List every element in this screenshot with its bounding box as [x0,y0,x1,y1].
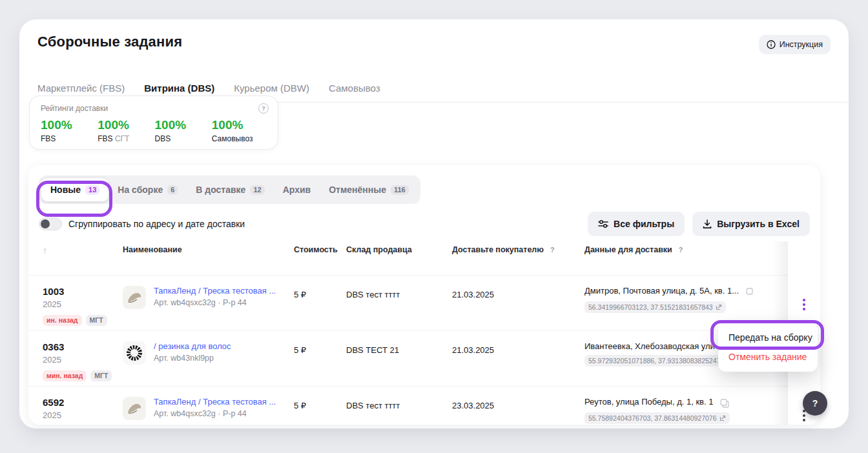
support-fab-button[interactable]: ? [803,391,827,416]
ratings-title: Рейтинги доставки [41,104,108,113]
status-filter-tabs: Новые 13 На сборке 6 В доставке 12 Архив… [39,176,420,204]
header-deliver: Доставьте покупателю [452,245,544,254]
rating-label: Самовывоз [212,134,253,143]
price-cell: 5 ₽ [294,286,346,299]
copy-icon[interactable] [745,287,756,297]
coordinates-chip[interactable]: 55.972932051071886, 37.93138083825247 [584,355,733,367]
row-menu-button[interactable] [796,297,812,312]
all-filters-label: Все фильтры [614,219,674,229]
rating-samovyvoz: 100% Самовывоз [212,118,269,143]
coordinates-text: 56.3419966703123, 37.51521831657843 [588,303,713,311]
status-tab-label: Отменённые [329,185,386,195]
all-filters-button[interactable]: Все фильтры [588,212,685,236]
deliver-by-cell: 21.03.2025 [452,341,584,355]
export-excel-label: Выгрузить в Excel [717,219,800,229]
coordinates-chip[interactable]: 55.75892404376703, 37.86314480927076 [584,412,730,424]
coordinates-chip[interactable]: 56.3419966703123, 37.51521831657843 [584,301,726,313]
assembly-tasks-panel: Сборочные задания Инструкция Маркетплейс… [19,19,849,428]
tasks-table-card: Новые 13 На сборке 6 В доставке 12 Архив… [28,165,820,425]
menu-item-cancel-task[interactable]: Отменить задание [718,347,818,367]
page-title: Сборочные задания [37,34,182,50]
status-tab-label: В доставке [196,185,245,195]
instruction-button[interactable]: Инструкция [759,35,831,54]
mgt-badge: МГТ [86,315,107,326]
order-date: 2025 [43,299,123,309]
rating-dbs: 100% DBS [155,118,212,143]
rating-fbs: 100% FBS [41,118,98,143]
table-row: 6592 2025 мин. назад МГТ ТапкаЛенд / Тре… [28,386,820,425]
row-context-menu: Передать на сборку Отменить задание [718,323,818,372]
status-tab-delivering[interactable]: В доставке 12 [187,178,273,201]
delivery-address: Ивантеевка, Хлебозаводская ули [584,341,715,351]
rating-value: 100% [155,118,212,132]
deliver-by-cell: 23.03.2025 [452,397,584,410]
status-tab-count: 13 [85,185,99,195]
price-cell: 5 ₽ [294,397,346,410]
product-link[interactable]: ТапкаЛенд / Треска тестовая ... [154,286,276,296]
order-id: 0363 [43,341,123,352]
group-by-address-toggle[interactable]: Сгруппировать по адресу и дате доставки [39,217,245,230]
header-delivery-data-help-icon[interactable]: ? [679,246,683,254]
coordinates-text: 55.75892404376703, 37.86314480927076 [588,414,717,422]
warehouse-cell: DBS тест тттт [346,286,452,299]
filters-icon [598,219,608,228]
ratings-help-icon[interactable]: ? [258,103,269,114]
header-warehouse: Склад продавца [346,245,452,254]
product-image [123,397,146,420]
external-link-icon [716,304,722,310]
time-badge: мин. назад [43,370,87,381]
external-link-icon [719,415,726,421]
rating-fbs-sgt: 100% FBS СГТ [98,118,154,143]
status-tab-cancelled[interactable]: Отменённые 116 [320,178,418,201]
copy-icon[interactable] [719,398,730,408]
group-toggle-label: Сгруппировать по адресу и дате доставки [68,219,245,229]
table-header: ↑ Наименование Стоимость Склад продавца … [28,245,820,256]
toggle-knob [41,219,50,228]
rating-value: 100% [212,118,269,132]
header-deliver-help-icon[interactable]: ? [550,246,554,254]
table-row: 1003 2025 ин. назад МГТ ТапкаЛенд / Трес… [28,275,820,330]
status-tab-new[interactable]: Новые 13 [41,178,108,201]
menu-item-transfer-to-assembly[interactable]: Передать на сборку [718,328,818,347]
deliver-by-cell: 21.03.2025 [452,286,584,299]
status-tab-label: Новые [50,185,81,195]
coordinates-text: 55.972932051071886, 37.93138083825247 [588,357,720,365]
warehouse-cell: DBS ТЕСТ 21 [346,341,452,355]
instruction-button-label: Инструкция [780,40,823,49]
product-image [123,341,146,365]
rating-value: 100% [41,118,98,132]
rating-label: FBS [98,134,115,143]
price-cell: 5 ₽ [294,341,346,355]
warehouse-cell: DBS тест тттт [346,397,452,410]
status-tab-count: 116 [391,185,409,195]
download-icon [703,219,712,229]
delivery-address: Дмитров, Почтовая улица, д. 5А, кв. 1... [584,286,739,296]
order-id: 1003 [43,286,123,297]
export-excel-button[interactable]: Выгрузить в Excel [692,212,810,236]
rating-label-suffix: СГТ [115,134,130,143]
status-tab-label: На сборке [118,185,163,195]
status-tab-archive[interactable]: Архив [274,178,320,201]
product-sku: Арт. wb4qsxc32g · Р-р 44 [154,298,276,307]
mgt-badge: МГТ [90,370,112,381]
time-badge: ин. назад [43,315,82,326]
product-image [123,286,146,309]
delivery-address: Реутов, улица Победы, д. 1, кв. 1 [584,397,713,407]
order-date: 2025 [43,355,123,365]
info-icon [767,40,776,49]
product-link[interactable]: ТапкаЛенд / Треска тестовая ... [154,397,276,407]
status-tab-assembling[interactable]: На сборке 6 [108,178,187,201]
sort-arrow-icon[interactable]: ↑ [43,245,47,256]
table-row: 0363 2025 мин. назад МГТ / резинка для в… [28,330,820,386]
toggle-switch[interactable] [39,217,62,230]
delivery-ratings-card: Рейтинги доставки ? 100% FBS 100% FBS СГ… [29,96,278,150]
status-tab-count: 6 [167,185,178,195]
product-link[interactable]: / резинка для волос [154,341,231,351]
order-id: 6592 [43,397,123,408]
order-date: 2025 [43,410,123,420]
rating-value: 100% [98,118,154,132]
product-sku: Арт. wb4qsxc32g · Р-р 44 [154,409,276,418]
rating-label: DBS [155,134,171,143]
tab-samovyvoz[interactable]: Самовывоз [329,83,380,101]
rating-label: FBS [41,134,56,143]
